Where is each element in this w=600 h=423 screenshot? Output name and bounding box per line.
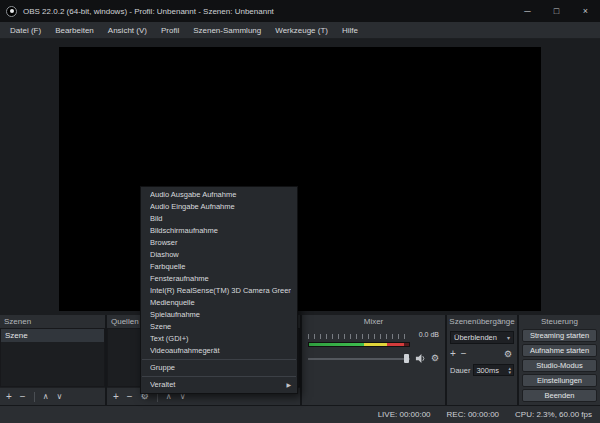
menu-datei[interactable]: Datei (F) xyxy=(3,26,48,35)
menu-item-veraltet[interactable]: Veraltet ▶ xyxy=(141,379,297,391)
menu-item-fensteraufnahme[interactable]: Fensteraufnahme xyxy=(141,273,297,285)
titlebar[interactable]: OBS 22.0.2 (64-bit, windows) - Profil: U… xyxy=(0,0,600,22)
menu-item-bildschirmaufnahme[interactable]: Bildschirmaufnahme xyxy=(141,225,297,237)
menu-szenen-sammlung[interactable]: Szenen-Sammlung xyxy=(186,26,268,35)
transition-selected-label: Überblenden xyxy=(454,333,497,342)
menu-item-medienquelle[interactable]: Medienquelle xyxy=(141,297,297,309)
scene-list-item[interactable]: Szene xyxy=(1,329,104,342)
menu-bearbeiten[interactable]: Bearbeiten xyxy=(48,26,101,35)
menu-separator xyxy=(142,359,296,360)
spin-down-icon[interactable]: ▾ xyxy=(508,370,511,374)
menu-item-diashow[interactable]: Diashow xyxy=(141,249,297,261)
scenes-dock: Szenen Szene + − ∧ ∨ xyxy=(0,315,105,405)
menu-item-spielaufnahme[interactable]: Spielaufnahme xyxy=(141,309,297,321)
menu-item-text-gdi[interactable]: Text (GDI+) xyxy=(141,333,297,345)
controls-dock: Steuerung Streaming starten Aufnahme sta… xyxy=(519,315,600,405)
mixer-dock-title: Mixer xyxy=(302,315,445,328)
obs-logo-icon[interactable] xyxy=(6,6,17,17)
menu-item-browser[interactable]: Browser xyxy=(141,237,297,249)
menubar: Datei (F) Bearbeiten Ansicht (V) Profil … xyxy=(0,22,600,39)
menu-ansicht[interactable]: Ansicht (V) xyxy=(101,26,154,35)
mixer-body: 0.0 dB ⚙ xyxy=(302,328,445,405)
add-transition-button[interactable]: + xyxy=(450,349,456,359)
obs-window: OBS 22.0.2 (64-bit, windows) - Profil: U… xyxy=(0,0,600,423)
settings-button[interactable]: Einstellungen xyxy=(522,374,597,387)
duration-spinbox[interactable]: 300ms ▴ ▾ xyxy=(473,364,514,376)
menu-item-gruppe[interactable]: Gruppe xyxy=(141,362,297,374)
window-title: OBS 22.0.2 (64-bit, windows) - Profil: U… xyxy=(23,7,274,16)
transition-select[interactable]: Überblenden ▾ xyxy=(450,331,514,344)
menu-item-szene[interactable]: Szene xyxy=(141,321,297,333)
add-source-menu: Audio Ausgabe Aufnahme Audio Eingabe Auf… xyxy=(140,186,298,394)
duration-label: Dauer xyxy=(450,366,470,375)
exit-button[interactable]: Beenden xyxy=(522,389,597,402)
mixer-dock: Mixer 0.0 dB ⚙ xyxy=(302,315,445,405)
start-recording-button[interactable]: Aufnahme starten xyxy=(522,344,597,357)
live-time: LIVE: 00:00:00 xyxy=(378,410,431,419)
transition-gear-icon[interactable]: ⚙ xyxy=(504,350,512,359)
cpu-fps-stats: CPU: 2.3%, 60.00 fps xyxy=(515,410,592,419)
scene-list: Szene xyxy=(0,328,105,387)
add-source-button[interactable]: + xyxy=(113,392,119,402)
status-bar: LIVE: 00:00:00 REC: 00:00:00 CPU: 2.3%, … xyxy=(0,405,600,423)
maximize-button[interactable]: □ xyxy=(542,0,571,22)
start-streaming-button[interactable]: Streaming starten xyxy=(522,329,597,342)
rec-time: REC: 00:00:00 xyxy=(447,410,499,419)
scenes-dock-title: Szenen xyxy=(0,315,105,328)
menu-item-audio-eingabe-aufnahme[interactable]: Audio Eingabe Aufnahme xyxy=(141,201,297,213)
volume-meter-scale xyxy=(308,334,410,339)
dock-row: Szenen Szene + − ∧ ∨ Quellen + − ⚙ ∧ xyxy=(0,315,600,405)
volume-db-label: 0.0 dB xyxy=(419,331,439,338)
transitions-dock: Szenenübergänge Überblenden ▾ + − ⚙ Daue… xyxy=(447,315,517,405)
controls-dock-title: Steuerung xyxy=(519,315,600,328)
scene-down-button[interactable]: ∨ xyxy=(57,393,63,401)
studio-mode-button[interactable]: Studio-Modus xyxy=(522,359,597,372)
toolbar-divider xyxy=(34,392,35,402)
submenu-arrow-icon: ▶ xyxy=(286,379,291,391)
menu-item-realsense-greenscreen[interactable]: Intel(R) RealSense(TM) 3D Camera GreenSc… xyxy=(141,285,297,297)
video-canvas[interactable] xyxy=(59,47,541,311)
menu-separator xyxy=(142,376,296,377)
transitions-body: Überblenden ▾ + − ⚙ Dauer 300ms ▴ ▾ xyxy=(447,328,517,405)
mixer-gear-icon[interactable]: ⚙ xyxy=(431,354,439,363)
minimize-button[interactable]: ─ xyxy=(513,0,542,22)
menu-hilfe[interactable]: Hilfe xyxy=(335,26,365,35)
menu-item-videoaufnahmegeraet[interactable]: Videoaufnahmegerät xyxy=(141,345,297,357)
transitions-dock-title: Szenenübergänge xyxy=(447,315,517,328)
add-scene-button[interactable]: + xyxy=(6,392,12,402)
remove-scene-button[interactable]: − xyxy=(20,392,26,402)
menu-item-farbquelle[interactable]: Farbquelle xyxy=(141,261,297,273)
volume-slider[interactable] xyxy=(308,354,410,363)
volume-slider-handle[interactable] xyxy=(404,354,409,363)
remove-source-button[interactable]: − xyxy=(127,392,133,402)
window-controls: ─ □ × xyxy=(513,0,600,22)
scenes-toolbar: + − ∧ ∨ xyxy=(0,387,105,405)
close-button[interactable]: × xyxy=(571,0,600,22)
controls-body: Streaming starten Aufnahme starten Studi… xyxy=(519,328,600,405)
menu-profil[interactable]: Profil xyxy=(154,26,186,35)
remove-transition-button[interactable]: − xyxy=(461,349,467,359)
scene-up-button[interactable]: ∧ xyxy=(43,393,49,401)
menu-item-audio-ausgabe-aufnahme[interactable]: Audio Ausgabe Aufnahme xyxy=(141,189,297,201)
preview-area xyxy=(0,39,600,315)
chevron-down-icon: ▾ xyxy=(507,334,510,341)
duration-value: 300ms xyxy=(476,366,499,375)
speaker-icon[interactable] xyxy=(415,353,426,364)
menu-werkzeuge[interactable]: Werkzeuge (T) xyxy=(268,26,335,35)
volume-meter xyxy=(308,342,410,347)
menu-item-bild[interactable]: Bild xyxy=(141,213,297,225)
